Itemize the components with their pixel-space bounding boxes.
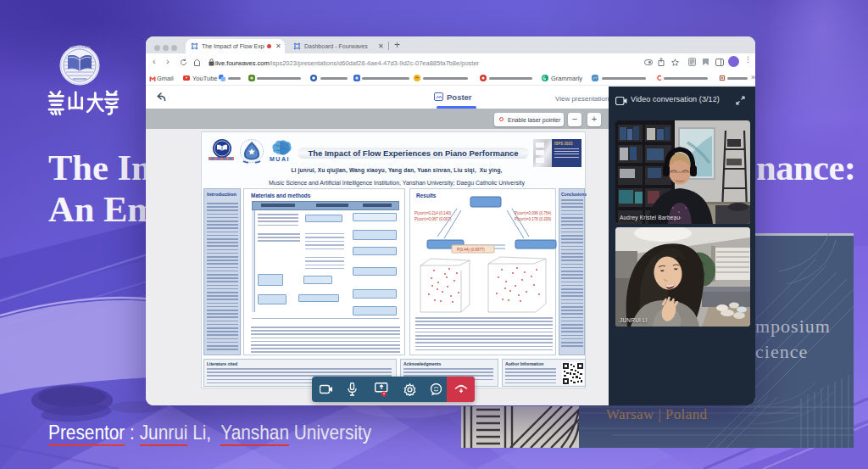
svg-text:P(0.44) (0.0977): P(0.44) (0.0977) — [457, 248, 485, 252]
svg-text:P(corr)=0.067 (0.007): P(corr)=0.067 (0.007) — [415, 217, 452, 221]
svg-text:P(corr)=0.178 (0.209): P(corr)=0.178 (0.209) — [515, 217, 552, 221]
svg-text:Y A N S H A N: Y A N S H A N — [69, 45, 90, 49]
svg-text:P(corr)=0.096 (0.754): P(corr)=0.096 (0.754) — [515, 211, 552, 215]
svg-text:P(corr)=0.214 (0.140): P(corr)=0.214 (0.140) — [415, 211, 452, 215]
